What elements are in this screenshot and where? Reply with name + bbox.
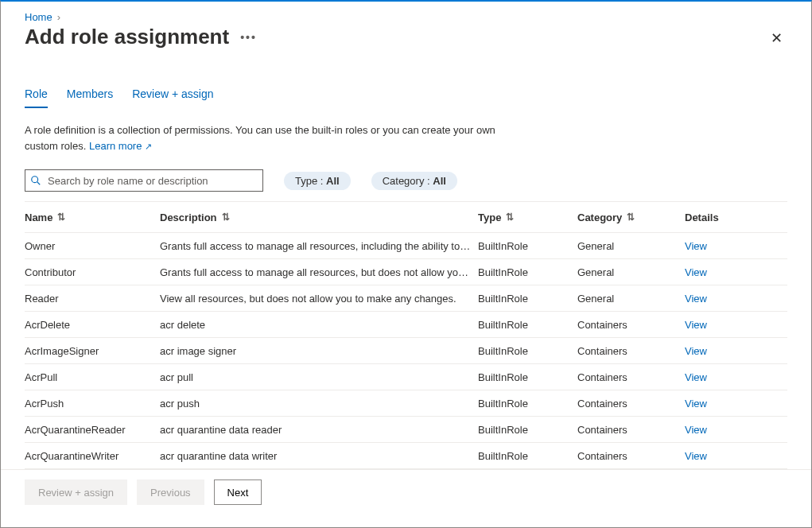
table-row[interactable]: AcrImageSigneracr image signerBuiltInRol… (25, 338, 787, 364)
col-header-description-text: Description (160, 212, 217, 223)
view-link[interactable]: View (685, 266, 764, 278)
cell-type: BuiltInRole (478, 266, 577, 278)
sort-icon: ⇅ (57, 212, 65, 223)
table-row[interactable]: AcrPushacr pushBuiltInRoleContainersView (25, 390, 787, 417)
cell-category: Containers (577, 450, 685, 462)
cell-description: acr quarantine data reader (160, 424, 478, 436)
col-header-details: Details (685, 212, 764, 223)
page-title-text: Add role assignment (25, 25, 229, 49)
view-link[interactable]: View (685, 371, 764, 383)
tab-bar: Role Members Review + assign (25, 84, 787, 108)
cell-description: acr push (160, 398, 478, 410)
view-link[interactable]: View (685, 319, 764, 331)
col-header-category-text: Category (577, 212, 622, 223)
cell-description: View all resources, but does not allow y… (160, 293, 478, 305)
col-header-type-text: Type (478, 212, 501, 223)
cell-name: AcrPull (25, 371, 160, 383)
cell-category: General (577, 240, 685, 252)
svg-point-0 (32, 177, 38, 183)
col-header-description[interactable]: Description ⇅ (160, 212, 478, 223)
cell-description: acr quarantine data writer (160, 450, 478, 462)
view-link[interactable]: View (685, 398, 764, 410)
cell-type: BuiltInRole (478, 424, 577, 436)
cell-description: Grants full access to manage all resourc… (160, 240, 478, 252)
cell-name: AcrQuarantineReader (25, 424, 160, 436)
search-input[interactable] (46, 174, 258, 188)
filter-type-value: All (326, 175, 340, 187)
description-block: A role definition is a collection of per… (25, 122, 518, 153)
table-row[interactable]: AcrQuarantineReaderacr quarantine data r… (25, 417, 787, 443)
sort-icon: ⇅ (222, 212, 230, 223)
view-link[interactable]: View (685, 240, 764, 252)
cell-description: acr image signer (160, 345, 478, 357)
filter-row: Type : All Category : All (25, 169, 787, 192)
cell-name: Reader (25, 293, 160, 305)
filter-pill-type[interactable]: Type : All (284, 172, 351, 190)
cell-type: BuiltInRole (478, 450, 577, 462)
title-row: Add role assignment ••• ✕ (25, 25, 787, 56)
cell-name: AcrImageSigner (25, 345, 160, 357)
learn-more-link[interactable]: Learn more ↗ (89, 140, 152, 152)
cell-type: BuiltInRole (478, 293, 577, 305)
footer-action-bar: Review + assign Previous Next (1, 469, 811, 514)
close-button[interactable]: ✕ (765, 27, 787, 49)
search-icon (30, 175, 41, 186)
cell-description: acr pull (160, 371, 478, 383)
chevron-right-icon: › (57, 11, 60, 23)
cell-category: Containers (577, 424, 685, 436)
main-scroll-area[interactable]: Home › Add role assignment ••• ✕ Role Me… (1, 2, 811, 469)
col-header-details-text: Details (685, 212, 719, 223)
cell-category: Containers (577, 319, 685, 331)
more-actions-icon[interactable]: ••• (240, 31, 257, 44)
table-row[interactable]: ReaderView all resources, but does not a… (25, 285, 787, 312)
view-link[interactable]: View (685, 345, 764, 357)
table-row[interactable]: AcrDeleteacr deleteBuiltInRoleContainers… (25, 312, 787, 338)
tab-review-assign[interactable]: Review + assign (132, 84, 213, 108)
table-row[interactable]: AcrPullacr pullBuiltInRoleContainersView (25, 364, 787, 390)
cell-type: BuiltInRole (478, 345, 577, 357)
table-row[interactable]: ContributorGrants full access to manage … (25, 259, 787, 285)
next-button[interactable]: Next (214, 479, 262, 505)
view-link[interactable]: View (685, 424, 764, 436)
filter-category-label: Category : (383, 175, 433, 187)
cell-type: BuiltInRole (478, 398, 577, 410)
header-spacer (25, 56, 787, 84)
cell-type: BuiltInRole (478, 240, 577, 252)
page-frame: Home › Add role assignment ••• ✕ Role Me… (0, 0, 812, 528)
col-header-name-text: Name (25, 212, 52, 223)
table-header-row: Name ⇅ Description ⇅ Type ⇅ Category ⇅ (25, 201, 787, 233)
col-header-name[interactable]: Name ⇅ (25, 212, 160, 223)
cell-category: Containers (577, 371, 685, 383)
cell-description: acr delete (160, 319, 478, 331)
breadcrumb: Home › (25, 8, 787, 25)
cell-category: General (577, 293, 685, 305)
col-header-type[interactable]: Type ⇅ (478, 212, 577, 223)
breadcrumb-home[interactable]: Home (25, 11, 52, 23)
col-header-category[interactable]: Category ⇅ (577, 212, 685, 223)
cell-name: AcrDelete (25, 319, 160, 331)
page-title: Add role assignment ••• (25, 25, 257, 49)
sort-icon: ⇅ (506, 212, 514, 223)
cell-name: AcrQuarantineWriter (25, 450, 160, 462)
table-row[interactable]: AcrQuarantineWriteracr quarantine data w… (25, 443, 787, 469)
table-body: OwnerGrants full access to manage all re… (25, 233, 787, 469)
previous-button: Previous (137, 479, 204, 505)
view-link[interactable]: View (685, 450, 764, 462)
search-box[interactable] (25, 169, 263, 192)
filter-category-value: All (433, 175, 446, 187)
review-assign-button: Review + assign (25, 479, 127, 505)
cell-name: AcrPush (25, 398, 160, 410)
roles-table: Name ⇅ Description ⇅ Type ⇅ Category ⇅ (25, 201, 787, 469)
horizontal-scrollbar[interactable] (1, 514, 811, 527)
cell-category: General (577, 266, 685, 278)
filter-pill-category[interactable]: Category : All (371, 172, 457, 190)
learn-more-text: Learn more (89, 140, 142, 152)
cell-description: Grants full access to manage all resourc… (160, 266, 478, 278)
filter-type-label: Type : (295, 175, 326, 187)
cell-name: Owner (25, 240, 160, 252)
tab-role[interactable]: Role (25, 84, 48, 108)
table-row[interactable]: OwnerGrants full access to manage all re… (25, 233, 787, 259)
tab-members[interactable]: Members (67, 84, 113, 108)
view-link[interactable]: View (685, 293, 764, 305)
content-area: Home › Add role assignment ••• ✕ Role Me… (1, 2, 811, 469)
